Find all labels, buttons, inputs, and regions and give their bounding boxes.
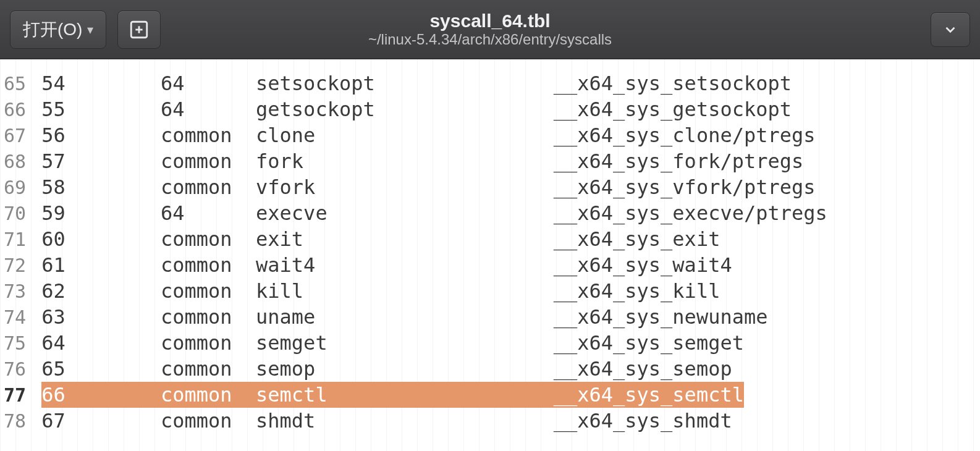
line-content: 57 common fork __x64_sys_fork/ptregs — [30, 148, 803, 174]
editor-line[interactable]: 76 65 common semop __x64_sys_semop — [0, 356, 980, 382]
editor-line[interactable]: 65 54 64 setsockopt __x64_sys_setsockopt — [0, 70, 980, 96]
line-content: 61 common wait4 __x64_sys_wait4 — [30, 252, 732, 278]
line-number: 76 — [0, 356, 30, 382]
editor-line[interactable]: 66 55 64 getsockopt __x64_sys_getsockopt — [0, 96, 980, 122]
editor-line[interactable]: 75 64 common semget __x64_sys_semget — [0, 330, 980, 356]
editor-line[interactable]: 70 59 64 execve __x64_sys_execve/ptregs — [0, 200, 980, 226]
line-number: 75 — [0, 331, 30, 356]
line-content: 65 common semop __x64_sys_semop — [30, 356, 732, 382]
line-number: 65 — [0, 71, 30, 97]
line-content: 54 64 setsockopt __x64_sys_setsockopt — [30, 70, 792, 96]
new-document-icon — [129, 19, 150, 40]
editor-line[interactable]: 74 63 common uname __x64_sys_newuname — [0, 304, 980, 330]
editor-line[interactable]: 68 57 common fork __x64_sys_fork/ptregs — [0, 148, 980, 174]
line-number: 72 — [0, 253, 30, 279]
line-content: 58 common vfork __x64_sys_vfork/ptregs — [30, 174, 816, 200]
toolbar-left: 打开(O) ▾ — [10, 11, 161, 49]
line-content: 59 64 execve __x64_sys_execve/ptregs — [30, 200, 827, 226]
toolbar-right — [931, 12, 970, 47]
line-number: 69 — [0, 175, 30, 201]
line-content: 63 common uname __x64_sys_newuname — [30, 304, 767, 330]
open-button[interactable]: 打开(O) ▾ — [10, 11, 106, 49]
editor-line[interactable]: 78 67 common shmdt __x64_sys_shmdt — [0, 408, 980, 434]
line-number: 71 — [0, 227, 30, 253]
line-number: 74 — [0, 305, 30, 331]
line-number: 66 — [0, 97, 30, 123]
line-number: 70 — [0, 201, 30, 227]
editor-line[interactable]: 73 62 common kill __x64_sys_kill — [0, 278, 980, 304]
editor-line[interactable]: 69 58 common vfork __x64_sys_vfork/ptreg… — [0, 174, 980, 200]
line-content: 55 64 getsockopt __x64_sys_getsockopt — [30, 96, 792, 122]
line-content: 56 common clone __x64_sys_clone/ptregs — [30, 122, 816, 148]
line-number: 68 — [0, 149, 30, 175]
line-number: 78 — [0, 408, 30, 434]
caret-down-icon: ▾ — [87, 22, 93, 37]
titlebar: 打开(O) ▾ syscall_64.tbl ~/linux-5.4.34/ar… — [0, 0, 980, 59]
text-editor[interactable]: 65 54 64 setsockopt __x64_sys_setsockopt… — [0, 59, 980, 451]
line-content: 66 common semctl __x64_sys_semctl — [30, 382, 744, 408]
new-document-button[interactable] — [117, 11, 161, 49]
editor-line[interactable]: 77 66 common semctl __x64_sys_semctl — [0, 382, 980, 408]
editor-line[interactable]: 71 60 common exit __x64_sys_exit — [0, 226, 980, 252]
line-number: 73 — [0, 279, 30, 305]
line-number: 77 — [0, 382, 30, 408]
line-content: 60 common exit __x64_sys_exit — [30, 226, 720, 252]
line-content: 62 common kill __x64_sys_kill — [30, 278, 720, 304]
line-content: 67 common shmdt __x64_sys_shmdt — [30, 408, 732, 434]
line-content: 64 common semget __x64_sys_semget — [30, 330, 744, 356]
editor-line[interactable]: 67 56 common clone __x64_sys_clone/ptreg… — [0, 122, 980, 148]
open-button-label: 打开(O) — [23, 18, 82, 41]
menu-button[interactable] — [931, 12, 970, 47]
line-number: 67 — [0, 123, 30, 149]
editor-line[interactable]: 72 61 common wait4 __x64_sys_wait4 — [0, 252, 980, 278]
chevron-down-icon — [942, 22, 958, 38]
